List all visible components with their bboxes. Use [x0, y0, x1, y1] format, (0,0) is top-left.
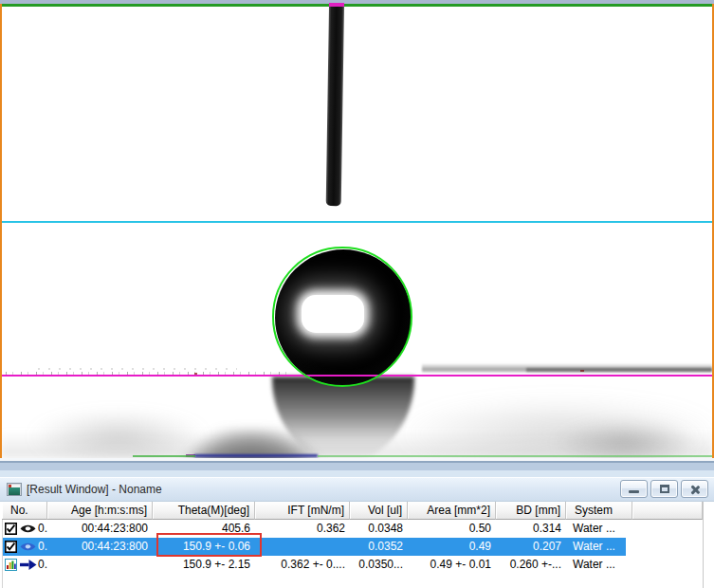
result-window-icon	[7, 483, 22, 496]
cell-blank	[632, 520, 703, 538]
minimize-icon	[629, 490, 639, 493]
table-header-row: No.Age [h:m:s:ms]Theta(M)[deg]IFT [mN/m]…	[2, 502, 703, 520]
row-number-label: 0...	[38, 556, 47, 574]
cell-ift: 0.362	[255, 520, 350, 538]
cell-age: 00:44:23:800	[47, 538, 153, 556]
needle-position-mark	[329, 3, 344, 7]
column-header-ift[interactable]: IFT [mN/m]	[255, 502, 350, 520]
table-row[interactable]: 0...150.9 +- 2.150.362 +- 0....0.0350...…	[2, 556, 703, 574]
background-strip	[0, 463, 714, 470]
cell-blank	[632, 556, 703, 574]
workspace-background	[0, 458, 714, 477]
cell-area: 0.49	[408, 538, 496, 556]
row-number-label: 0...	[38, 520, 47, 538]
window-icon-body	[9, 487, 20, 495]
eye-icon	[20, 524, 36, 534]
table-row[interactable]: 0...00:44:23:800150.9 +- 0.060.03520.490…	[2, 538, 703, 556]
cell-vol: 0.0350...	[350, 556, 408, 574]
frame-bottom-artifact	[318, 455, 712, 457]
cell-theta: 150.9 +- 0.06	[153, 538, 255, 556]
checkbox-icon[interactable]	[5, 541, 17, 553]
column-header-system[interactable]: System	[566, 502, 632, 520]
window-title: [Result Window] - Noname	[27, 477, 162, 502]
chart-icon	[5, 559, 17, 571]
eye-icon	[20, 542, 36, 552]
cell-area: 0.50	[408, 520, 496, 538]
frame-bottom-artifact	[194, 454, 318, 457]
column-header-vol[interactable]: Vol [ul]	[350, 502, 408, 520]
parent-window-edge	[0, 0, 714, 4]
table-row[interactable]: 0...00:44:23:800405.60.3620.03480.500.31…	[2, 520, 703, 538]
arrow-icon	[20, 560, 37, 570]
listview-right-edge	[703, 502, 704, 588]
column-header-bd[interactable]: BD [mm]	[496, 502, 566, 520]
restore-icon	[660, 485, 669, 493]
cell-system: Water ...	[566, 556, 632, 574]
cell-bd: 0.260 +-...	[496, 556, 566, 574]
cell-ift: 0.362 +- 0....	[255, 556, 350, 574]
cell-age: 00:44:23:800	[47, 520, 153, 538]
column-header-no[interactable]: No.	[2, 502, 47, 520]
cell-area: 0.49 +- 0.01	[408, 556, 496, 574]
cell-blank	[632, 538, 703, 556]
surface-speck	[580, 370, 584, 372]
column-header-age[interactable]: Age [h:m:s:ms]	[47, 502, 153, 520]
surface-texture	[526, 368, 712, 372]
minimize-button[interactable]	[620, 480, 648, 498]
cell-system: Water ...	[566, 538, 632, 556]
drop-fit-circle-overlay	[272, 247, 412, 387]
cell-no: 0...	[2, 520, 47, 538]
close-icon	[689, 485, 700, 495]
camera-frame-left	[0, 4, 2, 458]
restore-button[interactable]	[650, 480, 678, 498]
cell-bd: 0.207	[496, 538, 566, 556]
cell-no: 0...	[2, 538, 47, 556]
cell-no: 0...	[2, 556, 47, 574]
window-controls	[620, 480, 708, 498]
cell-ift	[255, 538, 350, 556]
camera-frame-top	[0, 4, 714, 7]
result-window: [Result Window] - Noname No.Age [h:m:s:m…	[0, 477, 714, 588]
checkbox-icon[interactable]	[5, 523, 17, 535]
cell-theta: 150.9 +- 2.15	[153, 556, 255, 574]
column-header-blank[interactable]	[632, 502, 703, 520]
result-window-titlebar[interactable]: [Result Window] - Noname	[0, 477, 714, 502]
frame-bottom-artifact	[133, 455, 195, 457]
cell-vol: 0.0352	[350, 538, 408, 556]
app-screen: [Result Window] - Noname No.Age [h:m:s:m…	[0, 0, 714, 588]
row-number-label: 0...	[38, 538, 47, 556]
table-body: 0...00:44:23:800405.60.3620.03480.500.31…	[2, 520, 703, 574]
column-header-theta[interactable]: Theta(M)[deg]	[153, 502, 255, 520]
drop-image-view	[0, 0, 714, 458]
dosing-needle	[326, 6, 344, 206]
cell-age	[47, 556, 153, 574]
cell-vol: 0.0348	[350, 520, 408, 538]
level-line-overlay	[2, 221, 712, 223]
surface-texture	[38, 368, 237, 370]
close-button[interactable]	[681, 480, 708, 498]
column-header-area[interactable]: Area [mm*2]	[408, 502, 496, 520]
cell-bd: 0.314	[496, 520, 566, 538]
cell-system: Water ...	[566, 520, 632, 538]
cell-theta: 405.6	[153, 520, 255, 538]
background-strip	[0, 470, 714, 477]
